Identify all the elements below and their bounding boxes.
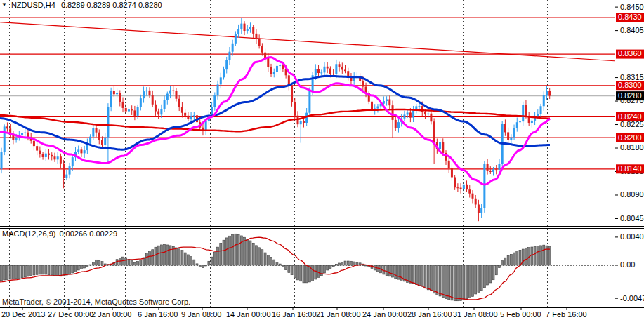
time-axis-label: 16 Jan 16:00: [272, 310, 317, 319]
candle-body: [261, 46, 263, 53]
candle-body: [77, 149, 79, 152]
candle-body: [72, 157, 74, 166]
macd-histogram-bar: [525, 248, 527, 265]
candle-body: [433, 121, 435, 142]
macd-histogram-bar: [445, 265, 447, 299]
macd-histogram-bar: [546, 246, 548, 265]
candle-body: [327, 67, 329, 69]
candle-body: [419, 106, 421, 107]
macd-histogram-bar: [193, 260, 195, 265]
macd-histogram-bar: [300, 265, 302, 281]
macd-histogram-bar: [184, 253, 186, 265]
macd-histogram-bar: [397, 265, 400, 279]
candle-body: [291, 86, 293, 102]
macd-histogram-bar: [166, 245, 169, 265]
macd-histogram-bar: [498, 265, 500, 268]
candle-body: [211, 107, 213, 115]
macd-histogram-bar: [285, 265, 287, 270]
ohlc-quote-values: 0.8289 0.8289 0.8274 0.8280: [61, 1, 162, 9]
macd-histogram-bar: [48, 265, 50, 275]
candle-body: [371, 102, 373, 110]
candle-body: [489, 171, 492, 172]
candle-body: [42, 154, 44, 157]
macd-histogram-bar: [157, 246, 159, 265]
macd-histogram-bar: [466, 265, 468, 299]
candle-body: [249, 27, 251, 29]
candle-body: [84, 150, 86, 153]
macd-histogram-bar: [149, 252, 151, 265]
macd-histogram-bar: [534, 246, 536, 265]
candle-body: [332, 74, 334, 74]
candle-body: [383, 101, 385, 104]
macd-histogram-bar: [205, 265, 207, 266]
candle-body: [133, 110, 136, 115]
candle-body: [65, 175, 67, 178]
macd-histogram-bar: [164, 244, 166, 265]
candle-body: [388, 99, 390, 105]
candle-body: [131, 109, 133, 110]
candle-body: [27, 133, 29, 138]
macd-histogram-bar: [30, 265, 32, 276]
candle-body: [48, 154, 50, 155]
macd-histogram-bar: [237, 234, 239, 265]
candle-body: [45, 154, 47, 157]
macd-histogram-bar: [315, 265, 317, 279]
time-axis-label: 31 Jan 08:00: [453, 310, 498, 319]
macd-histogram-bar: [424, 265, 426, 288]
candle-body: [480, 208, 482, 213]
candle-body: [475, 199, 477, 205]
macd-histogram-bar: [133, 262, 136, 265]
chart-canvas[interactable]: 0.84500.84050.83150.82700.82250.81800.81…: [0, 0, 644, 320]
candle-body: [270, 67, 272, 74]
candle-body: [24, 133, 26, 133]
mt4-chart-window: 0.84500.84050.83150.82700.82250.81800.81…: [0, 0, 644, 320]
candle-body: [53, 156, 55, 159]
macd-histogram-bar: [276, 262, 278, 265]
price-axis-label: 0.8045: [620, 214, 644, 222]
macd-histogram-bar: [392, 265, 394, 277]
candle-body: [244, 24, 246, 31]
macd-histogram-bar: [347, 261, 349, 265]
candle-body: [172, 91, 174, 91]
macd-histogram-bar: [160, 245, 162, 265]
macd-histogram-bar: [72, 265, 74, 273]
macd-histogram-bar: [480, 265, 482, 291]
candle-body: [255, 34, 257, 39]
candle-body: [240, 24, 242, 29]
macd-histogram-bar: [312, 265, 314, 281]
candle-body: [225, 60, 228, 69]
macd-histogram-bar: [24, 265, 26, 277]
macd-histogram-bar: [208, 261, 210, 265]
candle-body: [235, 34, 237, 44]
price-level-badge-label: 0.8360: [618, 49, 642, 58]
macd-histogram-bar: [471, 265, 473, 297]
candle-body: [397, 122, 400, 128]
candle-body: [303, 121, 305, 123]
macd-histogram-bar: [267, 255, 269, 265]
macd-histogram-bar: [45, 265, 47, 274]
candle-body: [445, 153, 447, 161]
candle-body: [460, 188, 462, 189]
macd-histogram-bar: [327, 265, 329, 270]
macd-histogram-bar: [513, 253, 515, 265]
macd-histogram-bar: [339, 263, 341, 265]
candle-body: [317, 69, 320, 73]
candle-body: [424, 112, 426, 114]
macd-histogram-bar: [12, 265, 14, 279]
macd-histogram-bar: [531, 247, 533, 265]
time-axis-label: 24 Jan 00:00: [362, 310, 407, 319]
candle-body: [412, 110, 414, 118]
macd-histogram-bar: [344, 261, 346, 265]
candle-body: [403, 114, 405, 118]
macd-histogram-bar: [409, 265, 412, 283]
macd-histogram-bar: [232, 234, 234, 265]
macd-histogram-bar: [463, 265, 465, 300]
candle-body: [125, 108, 127, 112]
macd-histogram-bar: [317, 265, 320, 277]
symbol-dropdown-icon[interactable]: ▼: [1, 1, 7, 8]
macd-histogram-bar: [383, 265, 385, 274]
candle-body: [386, 99, 388, 101]
time-axis-label: 7 Feb 16:00: [546, 310, 587, 319]
macd-histogram-bar: [264, 253, 266, 265]
candle-body: [145, 91, 147, 91]
